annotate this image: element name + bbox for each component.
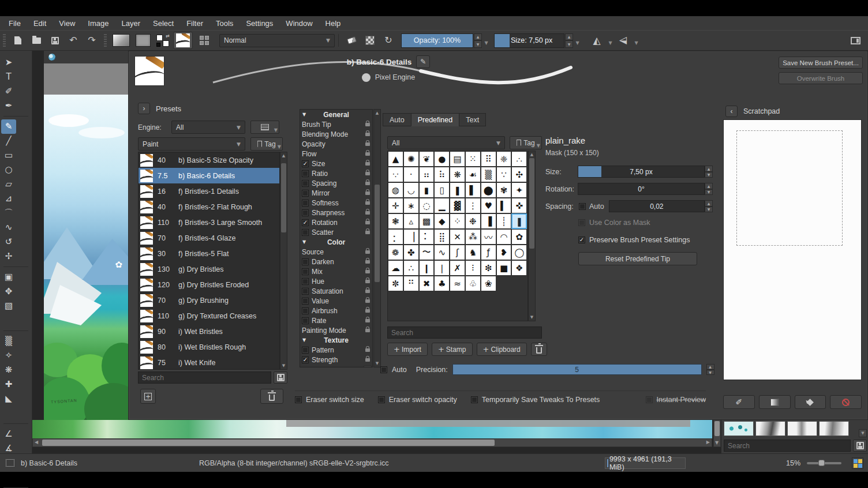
- brush-option-brush-tip[interactable]: Brush Tip: [300, 119, 372, 129]
- brush-tip-tile[interactable]: ●: [434, 151, 450, 167]
- bezier-curve-tool[interactable]: ⌒: [1, 206, 16, 220]
- brush-tip-tile[interactable]: ♞: [465, 245, 481, 260]
- preset-row[interactable]: 70f) Bristles-4 Glaze: [139, 230, 279, 246]
- ellipse-tool[interactable]: ○: [1, 163, 16, 177]
- brush-option-value[interactable]: Value: [300, 296, 372, 306]
- brush-tip-tile[interactable]: ∵: [496, 167, 512, 182]
- option-checkbox[interactable]: [302, 180, 309, 187]
- fill-tool[interactable]: ◣: [1, 392, 16, 406]
- gradient-chooser[interactable]: [111, 33, 132, 48]
- docker-search-input[interactable]: [724, 440, 851, 452]
- brush-tip-tile[interactable]: ⁂: [465, 229, 481, 245]
- option-checkbox[interactable]: [302, 356, 309, 363]
- brush-option-blending-mode[interactable]: Blending Mode: [300, 129, 372, 139]
- footer-checkbox[interactable]: [295, 396, 302, 403]
- option-checkbox[interactable]: [302, 298, 309, 305]
- brush-option-softness[interactable]: Softness: [300, 198, 372, 208]
- brush-option-darken[interactable]: Darken: [300, 257, 372, 266]
- mirror-vertical-dropdown[interactable]: ▼: [633, 33, 639, 48]
- brush-tip-tile[interactable]: ┊: [496, 213, 512, 229]
- save-document-button[interactable]: [47, 33, 63, 48]
- option-checkbox[interactable]: [302, 258, 309, 265]
- brush-tip-tile[interactable]: ❙: [419, 260, 435, 276]
- brush-tip-tile[interactable]: ◯: [511, 245, 527, 260]
- brush-tip-tile[interactable]: ◍: [388, 182, 403, 198]
- brush-tip-tile[interactable]: ✤: [403, 245, 419, 260]
- brush-tip-tile[interactable]: ▯: [434, 182, 450, 198]
- brush-tip-tile[interactable]: ⁘: [450, 213, 465, 229]
- tip-filter-combobox[interactable]: All▼: [387, 136, 505, 149]
- delete-tip-button[interactable]: [531, 343, 547, 356]
- freehand-brush-tool[interactable]: ✎: [1, 119, 16, 134]
- opacity-slider[interactable]: Opacity: 100%: [401, 33, 473, 48]
- import-tip-button[interactable]: +Import: [387, 343, 428, 356]
- options-scrollbar[interactable]: ▲▼: [373, 109, 381, 367]
- option-section-masked-brush[interactable]: ▼Masked Brush▼: [300, 365, 372, 367]
- preserve-alpha-button[interactable]: [362, 33, 378, 48]
- brush-tip-tile[interactable]: ⸫: [511, 151, 527, 167]
- brush-option-sharpness[interactable]: Sharpness: [300, 208, 372, 217]
- brush-option-ratio[interactable]: Ratio: [300, 168, 372, 178]
- opacity-spinbox[interactable]: ▲▼: [474, 33, 482, 48]
- brush-tip-tile[interactable]: ✣: [511, 167, 527, 182]
- toolbar-grip[interactable]: [3, 34, 6, 47]
- menu-layer[interactable]: Layer: [115, 19, 147, 28]
- brush-tip-tile[interactable]: ⁙: [465, 151, 481, 167]
- option-checkbox[interactable]: [302, 288, 309, 295]
- brush-option-mirror[interactable]: Mirror: [300, 188, 372, 198]
- eraser-mode-button[interactable]: [343, 33, 360, 48]
- preset-row[interactable]: 110g) Dry Textured Creases: [139, 308, 279, 324]
- size-options-dropdown[interactable]: ▼: [574, 33, 581, 48]
- preset-search-input[interactable]: [138, 371, 271, 384]
- add-preset-button[interactable]: +: [140, 389, 156, 404]
- rename-preset-button[interactable]: ✎: [416, 55, 430, 68]
- brush-tip-tile[interactable]: ◡: [403, 182, 419, 198]
- pattern-chooser[interactable]: [134, 33, 152, 48]
- brush-tip-tile[interactable]: ≈: [450, 276, 465, 291]
- brush-option-airbrush[interactable]: Airbrush: [300, 306, 372, 316]
- menu-tools[interactable]: Tools: [209, 19, 240, 28]
- docker-preset-thumbnail[interactable]: [819, 421, 849, 436]
- assistants-tool[interactable]: ∠: [1, 427, 16, 441]
- vscroll-handle[interactable]: [714, 421, 720, 436]
- brush-tip-tile[interactable]: ▍: [496, 198, 512, 213]
- brush-tip-tile[interactable]: ⠛: [403, 276, 419, 291]
- canvas-bottom-strip[interactable]: [32, 420, 712, 438]
- reload-preset-button[interactable]: ↻: [380, 33, 396, 48]
- brush-tip-tile[interactable]: ◠: [496, 229, 512, 245]
- brush-tip-tile[interactable]: ⠶: [419, 167, 435, 182]
- hscroll-handle[interactable]: [42, 440, 495, 446]
- brush-option-size[interactable]: Size: [300, 159, 372, 168]
- option-checkbox[interactable]: [302, 209, 309, 216]
- freehand-path-tool[interactable]: ∿: [1, 220, 16, 235]
- brush-option-mix[interactable]: Mix: [300, 266, 372, 276]
- brush-option-pattern[interactable]: Pattern: [300, 345, 372, 355]
- brush-tip-tile[interactable]: ⠿: [481, 151, 496, 167]
- brush-editor-toggle-button[interactable]: [173, 32, 193, 49]
- scratchpad-paint-button[interactable]: ✐: [723, 395, 755, 409]
- toolbar-grip-2[interactable]: [104, 34, 107, 47]
- tab-text[interactable]: Text: [459, 113, 486, 126]
- option-checkbox[interactable]: [302, 268, 309, 275]
- tip-spacing-slider[interactable]: 0,02: [609, 200, 705, 212]
- color-sampler-tool[interactable]: ✧: [1, 348, 16, 363]
- brush-tip-tile[interactable]: ⠅: [419, 229, 435, 245]
- menu-select[interactable]: Select: [147, 19, 180, 28]
- scratchpad-canvas[interactable]: [723, 119, 862, 380]
- brush-option-rate[interactable]: Rate: [300, 316, 372, 325]
- brush-tip-tile[interactable]: ⋮: [465, 198, 481, 213]
- brush-tip-tile[interactable]: ✿: [511, 229, 527, 245]
- brush-tip-tile[interactable]: ◆: [434, 213, 450, 229]
- open-document-button[interactable]: [28, 33, 44, 48]
- polygon-tool[interactable]: ▱: [1, 177, 16, 192]
- size-spinbox[interactable]: ▲▼: [565, 33, 573, 48]
- option-checkbox[interactable]: [302, 307, 309, 314]
- new-document-button[interactable]: [10, 33, 26, 48]
- brush-tip-tile[interactable]: ✗: [450, 260, 465, 276]
- precision-spinbox[interactable]: ▲▼: [706, 364, 714, 375]
- mirror-horizontal-button[interactable]: ◭: [589, 33, 605, 48]
- footer-checkbox[interactable]: [471, 396, 478, 403]
- dynamic-brush-tool[interactable]: ↺: [1, 235, 16, 249]
- move-tool[interactable]: ✥: [1, 284, 16, 299]
- brush-tip-tile[interactable]: ✖: [419, 276, 435, 291]
